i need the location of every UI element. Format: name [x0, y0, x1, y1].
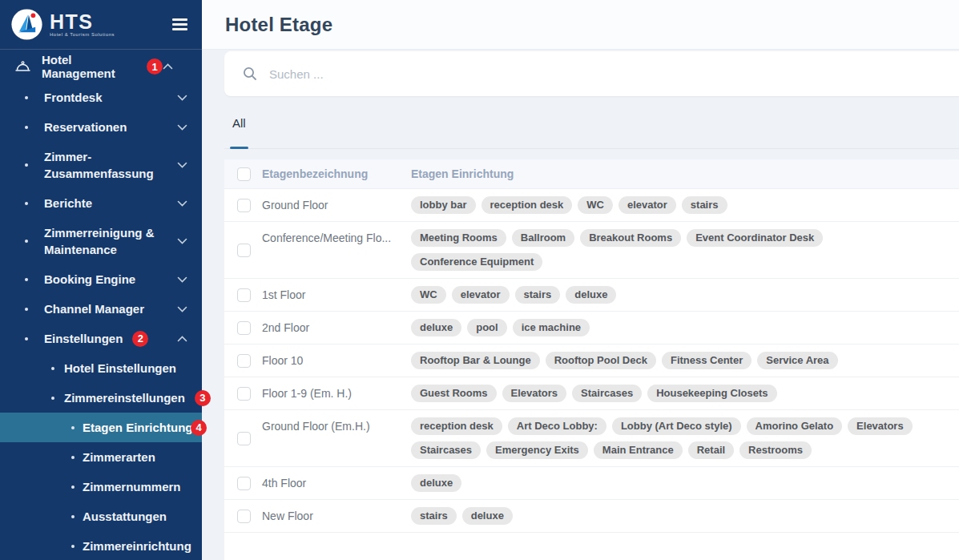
page-header: Hotel Etage	[202, 0, 959, 50]
tag-chip: Emergency Exits	[486, 441, 588, 459]
row-checkbox[interactable]	[237, 288, 251, 302]
search-input[interactable]	[269, 67, 959, 81]
sidebar-item-label: Hotel Einstellungen	[64, 361, 176, 375]
sidebar-item-etagen-einrichtung[interactable]: Etagen Einrichtung 4	[0, 413, 202, 442]
sidebar-item-label: Reservationen	[44, 119, 127, 135]
chevron-down-icon	[177, 200, 187, 207]
tag-chip: deluxe	[462, 507, 513, 525]
tag-chip: Breakout Rooms	[580, 229, 681, 247]
table-row: Conference/Meeting Flo... Meeting RoomsB…	[224, 222, 959, 279]
tag-chip: elevator	[619, 196, 676, 214]
main-content: Hotel Etage All Etagenbezeichnung Etagen…	[202, 0, 959, 560]
bullet-icon	[25, 278, 28, 281]
bullet-icon	[71, 545, 75, 548]
sidebar-item-zimmernummern[interactable]: Zimmernummern	[0, 472, 202, 502]
tag-list: stairsdeluxe	[411, 500, 959, 532]
tag-chip: Restrooms	[739, 441, 812, 459]
sidebar-item-ausstattungen[interactable]: Ausstattungen	[0, 502, 202, 531]
tag-chip: WC	[578, 196, 613, 214]
table-header-row: Etagenbezeichnung Etagen Einrichtung	[224, 159, 959, 189]
row-checkbox[interactable]	[237, 321, 251, 335]
sidebar-item-reservationen[interactable]: Reservationen	[0, 112, 202, 142]
tag-chip: deluxe	[566, 286, 616, 304]
sidebar-item-label: Ausstattungen	[83, 510, 167, 523]
hamburger-menu-icon[interactable]	[171, 15, 189, 34]
tag-chip: Housekeeping Closets	[647, 385, 776, 402]
column-header-etagenbezeichnung: Etagenbezeichnung	[262, 167, 411, 180]
brand-tagline: Hotel & Tourism Solutions	[50, 32, 115, 37]
tag-chip: pool	[467, 319, 506, 336]
chevron-down-icon	[177, 276, 187, 283]
tag-chip: Rooftop Pool Deck	[546, 352, 656, 369]
tag-chip: lobby bar	[411, 196, 476, 214]
sidebar-item-label: Zimmerreinigung & Maintenance	[44, 224, 166, 258]
sidebar-item-hotel-einstellungen[interactable]: Hotel Einstellungen	[0, 353, 202, 383]
sidebar-item-einstellungen[interactable]: Einstellungen 2	[0, 324, 202, 353]
tag-list: deluxe	[411, 467, 959, 499]
select-all-checkbox[interactable]	[237, 167, 251, 181]
row-checkbox[interactable]	[237, 432, 251, 445]
bullet-icon	[71, 456, 75, 459]
tag-chip: Service Area	[757, 352, 837, 369]
table-body: Ground Floor lobby barreception deskWCel…	[224, 189, 959, 533]
page-title: Hotel Etage	[225, 14, 332, 36]
floor-name: Floor 10	[262, 344, 411, 368]
notification-badge: 1	[147, 58, 163, 75]
tag-list: Guest RoomsElevatorsStaircasesHousekeepi…	[411, 377, 959, 409]
sidebar-item-label: Zimmernummern	[83, 480, 181, 494]
table-row: Ground Floor lobby barreception deskWCel…	[224, 189, 959, 222]
sidebar-item-label: Booking Engine	[44, 271, 135, 288]
tag-chip: reception desk	[482, 196, 573, 214]
row-checkbox[interactable]	[237, 477, 251, 490]
sidebar-item-zimmerreinigung-maintenance[interactable]: Zimmerreinigung & Maintenance	[0, 218, 202, 264]
sidebar-item-frontdesk[interactable]: Frontdesk	[0, 83, 202, 112]
bullet-icon	[51, 367, 54, 370]
sidebar-item-zimmereinstellungen[interactable]: Zimmereinstellungen 3	[0, 383, 202, 413]
sidebar-item-booking-engine[interactable]: Booking Engine	[0, 264, 202, 294]
chevron-down-icon	[177, 124, 187, 131]
sidebar-item-label: Frontdesk	[44, 89, 103, 106]
tag-list: Meeting RoomsBallroomBreakout RoomsEvent…	[411, 222, 959, 278]
row-checkbox[interactable]	[237, 244, 251, 257]
sidebar-item-channel-manager[interactable]: Channel Manager	[0, 294, 202, 324]
bullet-icon	[25, 202, 28, 205]
tag-chip: Event Coordinator Desk	[687, 229, 823, 247]
tag-chip: reception desk	[411, 417, 502, 435]
table-row: Floor 10 Rooftop Bar & LoungeRooftop Poo…	[224, 344, 959, 377]
sidebar-item-zimmereinrichtung[interactable]: Zimmereinrichtung	[0, 531, 202, 560]
bullet-icon	[25, 126, 28, 129]
sidebar-item-berichte[interactable]: Berichte	[0, 188, 202, 218]
tag-chip: Conference Equipment	[411, 253, 542, 271]
bullet-icon	[71, 426, 75, 429]
tag-chip: Elevators	[502, 385, 567, 402]
row-checkbox[interactable]	[237, 354, 251, 368]
chevron-up-icon	[163, 63, 173, 70]
tag-chip: Ballroom	[512, 229, 574, 247]
floor-name: 4th Floor	[262, 467, 411, 490]
sidebar-item-label: Hotel Management	[42, 53, 137, 80]
tag-chip: Rooftop Bar & Lounge	[411, 352, 540, 369]
row-checkbox[interactable]	[237, 387, 251, 401]
sidebar-item-zimmerarten[interactable]: Zimmerarten	[0, 442, 202, 472]
notification-badge: 3	[195, 390, 211, 406]
row-checkbox[interactable]	[237, 510, 251, 523]
tag-chip: deluxe	[411, 474, 461, 492]
bullet-icon	[25, 337, 28, 340]
tab-bar: All	[224, 96, 959, 149]
chevron-down-icon	[177, 306, 187, 312]
search-bar	[224, 51, 959, 96]
bullet-icon	[71, 515, 75, 518]
floor-name: Floor 1-9 (Em. H.)	[262, 377, 411, 401]
sidebar-item-hotel-management[interactable]: Hotel Management 1	[0, 50, 202, 83]
sidebar-item-zimmer-zusammenfassung[interactable]: Zimmer-Zusammenfassung	[0, 142, 202, 188]
sidebar-nav: Hotel Management 1 Frontdesk Reservation…	[0, 50, 202, 560]
bullet-icon	[25, 163, 28, 167]
floor-name: Conference/Meeting Flo...	[262, 222, 411, 245]
table-row: 4th Floor deluxe	[224, 467, 959, 500]
tab-all[interactable]: All	[230, 96, 248, 148]
tag-chip: stairs	[515, 286, 561, 304]
row-checkbox[interactable]	[237, 199, 251, 212]
bullet-icon	[25, 96, 28, 99]
tag-chip: ice machine	[513, 319, 590, 336]
sidebar-item-label: Zimmerarten	[83, 450, 155, 464]
